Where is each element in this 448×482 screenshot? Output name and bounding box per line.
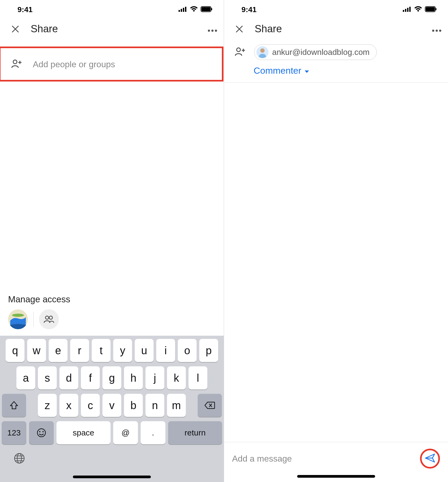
- share-header: Share: [224, 19, 448, 41]
- share-header: Share: [0, 19, 224, 41]
- numbers-key[interactable]: 123: [2, 421, 26, 444]
- battery-icon: [201, 6, 212, 13]
- close-icon[interactable]: [235, 24, 244, 34]
- svg-point-9: [215, 30, 217, 32]
- key-t[interactable]: t: [92, 339, 111, 362]
- key-p[interactable]: p: [199, 339, 218, 362]
- owner-avatar[interactable]: [8, 309, 28, 329]
- add-people-input[interactable]: [33, 59, 211, 69]
- key-x[interactable]: x: [59, 394, 78, 417]
- svg-point-17: [42, 431, 44, 432]
- person-chip[interactable]: ankur@idownloadblog.com: [254, 44, 377, 60]
- svg-point-28: [436, 30, 438, 32]
- chip-email: ankur@idownloadblog.com: [272, 48, 369, 57]
- svg-rect-22: [407, 8, 408, 12]
- manage-access: Manage access: [0, 294, 224, 336]
- screen-share-empty: 9:41 Share Manage: [0, 0, 224, 482]
- chip-avatar: [257, 46, 268, 58]
- permission-dropdown[interactable]: Commenter: [224, 60, 448, 82]
- cellular-icon: [179, 6, 187, 13]
- svg-rect-5: [201, 7, 211, 11]
- backspace-key[interactable]: [198, 394, 222, 417]
- svg-point-10: [13, 60, 17, 64]
- svg-rect-0: [179, 10, 180, 12]
- status-time: 9:41: [17, 5, 33, 14]
- svg-rect-6: [211, 8, 212, 10]
- key-u[interactable]: u: [135, 339, 154, 362]
- key-h[interactable]: h: [124, 366, 143, 389]
- page-title: Share: [255, 23, 421, 35]
- more-icon[interactable]: [208, 24, 217, 34]
- permission-label: Commenter: [254, 65, 301, 76]
- send-icon[interactable]: [424, 452, 436, 465]
- svg-rect-23: [409, 7, 411, 12]
- space-key[interactable]: space: [56, 421, 111, 444]
- emoji-key[interactable]: [29, 421, 54, 444]
- svg-point-13: [45, 316, 49, 319]
- person-add-icon: [235, 47, 246, 57]
- svg-point-14: [49, 316, 52, 319]
- return-key[interactable]: return: [168, 421, 222, 444]
- svg-point-30: [237, 48, 240, 52]
- at-key[interactable]: @: [113, 421, 138, 444]
- svg-point-15: [37, 429, 45, 437]
- key-o[interactable]: o: [178, 339, 197, 362]
- key-n[interactable]: n: [145, 394, 164, 417]
- page-title: Share: [31, 23, 197, 35]
- svg-rect-3: [185, 7, 186, 12]
- send-button-highlight: [420, 449, 440, 469]
- key-q[interactable]: q: [6, 339, 24, 362]
- key-m[interactable]: m: [167, 394, 186, 417]
- svg-point-29: [439, 30, 441, 32]
- key-w[interactable]: w: [27, 339, 46, 362]
- chevron-down-icon: [304, 65, 310, 76]
- key-f[interactable]: f: [81, 366, 100, 389]
- key-g[interactable]: g: [102, 366, 121, 389]
- svg-point-27: [432, 30, 434, 32]
- status-bar: 9:41: [224, 0, 448, 19]
- globe-icon[interactable]: [13, 452, 25, 465]
- battery-icon: [425, 6, 437, 13]
- key-s[interactable]: s: [38, 366, 57, 389]
- screen-share-filled: 9:41 Share ankur@i: [224, 0, 448, 482]
- svg-point-8: [211, 30, 214, 32]
- svg-point-16: [39, 431, 40, 432]
- cellular-icon: [403, 6, 411, 13]
- status-bar: 9:41: [0, 0, 224, 19]
- svg-point-7: [208, 30, 210, 32]
- manage-access-title: Manage access: [8, 294, 216, 304]
- svg-rect-2: [183, 8, 184, 12]
- svg-point-12: [12, 314, 24, 317]
- home-indicator: [73, 476, 151, 478]
- key-v[interactable]: v: [102, 394, 121, 417]
- key-r[interactable]: r: [70, 339, 89, 362]
- wifi-icon: [414, 6, 422, 13]
- close-icon[interactable]: [11, 24, 20, 34]
- message-input[interactable]: [232, 454, 415, 464]
- svg-rect-26: [436, 8, 436, 10]
- svg-point-32: [260, 48, 265, 53]
- home-indicator: [297, 475, 375, 478]
- key-b[interactable]: b: [124, 394, 143, 417]
- key-z[interactable]: z: [38, 394, 57, 417]
- key-l[interactable]: l: [189, 366, 207, 389]
- message-bar: [224, 442, 448, 475]
- key-j[interactable]: j: [145, 366, 164, 389]
- group-button[interactable]: [39, 309, 59, 329]
- key-e[interactable]: e: [49, 339, 67, 362]
- person-add-icon: [11, 59, 23, 69]
- status-time: 9:41: [241, 5, 257, 14]
- svg-rect-25: [426, 7, 435, 11]
- dot-key[interactable]: .: [141, 421, 165, 444]
- key-y[interactable]: y: [113, 339, 132, 362]
- more-icon[interactable]: [432, 24, 442, 34]
- shift-key[interactable]: [2, 394, 26, 417]
- svg-rect-20: [403, 10, 404, 12]
- key-i[interactable]: i: [156, 339, 175, 362]
- add-people-highlight: [0, 47, 223, 81]
- key-a[interactable]: a: [16, 366, 35, 389]
- key-c[interactable]: c: [81, 394, 100, 417]
- key-k[interactable]: k: [167, 366, 186, 389]
- key-d[interactable]: d: [59, 366, 78, 389]
- svg-rect-21: [405, 9, 406, 12]
